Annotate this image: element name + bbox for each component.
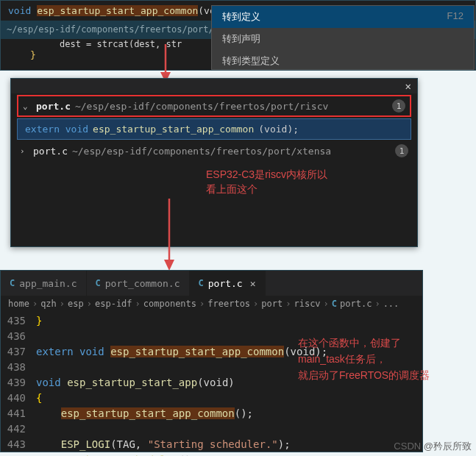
chevron-right-icon: › <box>60 299 65 309</box>
line-number: 436 <box>1 329 36 344</box>
line-number: 440 <box>1 391 36 406</box>
menu-label: 转到类型定义 <box>222 54 280 68</box>
line-number: 443 <box>1 437 36 452</box>
file-name: port.c <box>36 101 71 112</box>
menu-goto-definition[interactable]: 转到定义 F12 <box>212 6 474 28</box>
code: { <box>36 391 42 406</box>
crumb[interactable]: ... <box>383 299 399 309</box>
result-file-xtensa[interactable]: › port.c ~/esp/esp-idf/components/freert… <box>11 140 417 162</box>
code-editor[interactable]: 435} 436 437extern void esp_startup_star… <box>1 312 422 456</box>
menu-goto-type-definition[interactable]: 转到类型定义 <box>212 50 474 72</box>
crumb[interactable]: freertos <box>207 299 250 309</box>
annotation-text: ESP32-C3是riscv内核所以 看上面这个 <box>206 167 327 196</box>
line-number: 439 <box>1 375 36 391</box>
crumb[interactable]: port.c <box>340 299 372 309</box>
result-declaration[interactable]: extern void esp_startup_start_app_common… <box>17 118 411 140</box>
line-number: 444 <box>1 452 36 456</box>
close-icon[interactable]: ✕ <box>250 278 256 289</box>
file-path: ~/esp/esp-idf/components/freertos/port/x… <box>72 146 331 157</box>
crumb[interactable]: esp <box>68 299 84 309</box>
c-file-icon: C <box>96 278 101 288</box>
file-path: ~/esp/esp-idf/components/freertos/port/r… <box>75 101 328 112</box>
decl-args: (void); <box>258 124 299 135</box>
annotation-line: main_task任务后， <box>298 351 445 367</box>
chevron-right-icon: › <box>374 299 380 309</box>
annotation-line: ESP32-C3是riscv内核所以 <box>206 167 327 182</box>
chevron-right-icon: › <box>324 299 329 309</box>
keyword-void: void <box>8 5 37 16</box>
chevron-right-icon: › <box>199 299 205 309</box>
tab-label: port_common.c <box>105 278 180 289</box>
chevron-right-icon: › <box>285 299 291 309</box>
crumb[interactable]: port <box>261 299 283 309</box>
line-number: 437 <box>1 344 36 360</box>
code: void esp_startup_start_app(void) <box>36 375 235 391</box>
c-file-icon: C <box>199 278 204 288</box>
code: extern void esp_startup_start_app_common… <box>36 344 327 360</box>
c-file-icon: C <box>10 278 15 288</box>
chevron-right-icon: › <box>32 299 38 309</box>
menu-goto-declaration[interactable]: 转到声明 <box>212 28 474 50</box>
chevron-right-icon: › <box>135 299 141 309</box>
annotation-text: 在这个函数中，创建了 main_task任务后， 就启动了FreeRTOS的调度… <box>298 335 445 383</box>
crumb[interactable]: esp-idf <box>95 299 132 309</box>
code: ESP_LOGI(TAG, "Starting scheduler."); <box>36 437 291 452</box>
chevron-right-icon: › <box>253 299 258 309</box>
tab-bar: C app_main.c C port_common.c C port.c ✕ <box>1 271 422 296</box>
tab-label: app_main.c <box>19 278 77 289</box>
code: esp_startup_start_app_common(); <box>36 406 253 421</box>
peek-header: ✕ <box>11 79 417 93</box>
close-icon[interactable]: ✕ <box>405 80 411 92</box>
svg-marker-3 <box>164 260 174 271</box>
file-name: port.c <box>33 146 68 157</box>
line-number: 435 <box>1 313 36 329</box>
breadcrumbs[interactable]: home› qzh› esp› esp-idf› components› fre… <box>1 296 422 312</box>
annotation-line: 就启动了FreeRTOS的调度器 <box>298 367 445 383</box>
crumb[interactable]: riscv <box>294 299 320 309</box>
decl-function: esp_startup_start_app_common <box>93 124 254 135</box>
tab-port-common[interactable]: C port_common.c <box>87 271 190 296</box>
menu-label: 转到声明 <box>222 32 260 46</box>
menu-label: 转到定义 <box>222 10 260 24</box>
crumb[interactable]: components <box>143 299 196 309</box>
result-file-riscv[interactable]: ⌄ port.c ~/esp/esp-idf/components/freert… <box>17 95 411 117</box>
function-name[interactable]: esp_startup_start_app_common <box>37 5 198 16</box>
line-number: 441 <box>1 406 36 421</box>
chevron-right-icon: › <box>87 299 92 309</box>
watermark: CSDN @矜辰所致 <box>394 440 472 453</box>
crumb[interactable]: home <box>8 299 29 309</box>
line-number: 438 <box>1 360 36 375</box>
tab-app-main[interactable]: C app_main.c <box>1 271 87 296</box>
code: } <box>36 313 42 329</box>
annotation-line: 看上面这个 <box>206 182 327 196</box>
code: vTaskStartScheduler(); <box>36 452 197 456</box>
chevron-right-icon: › <box>20 146 29 156</box>
context-menu: 转到定义 F12 转到声明 转到类型定义 <box>211 5 475 70</box>
tab-port[interactable]: C port.c ✕ <box>190 271 266 296</box>
chevron-down-icon: ⌄ <box>23 101 32 111</box>
count-badge: 1 <box>395 144 408 157</box>
c-file-icon: C <box>332 299 337 309</box>
peek-results-panel: ✕ ⌄ port.c ~/esp/esp-idf/components/free… <box>10 78 418 247</box>
menu-shortcut: F12 <box>447 10 463 24</box>
count-badge: 1 <box>392 99 405 113</box>
line-number: 442 <box>1 421 36 437</box>
crumb[interactable]: qzh <box>40 299 57 309</box>
tab-label: port.c <box>208 278 243 289</box>
annotation-line: 在这个函数中，创建了 <box>298 335 445 351</box>
decl-keyword: extern void <box>25 124 88 135</box>
